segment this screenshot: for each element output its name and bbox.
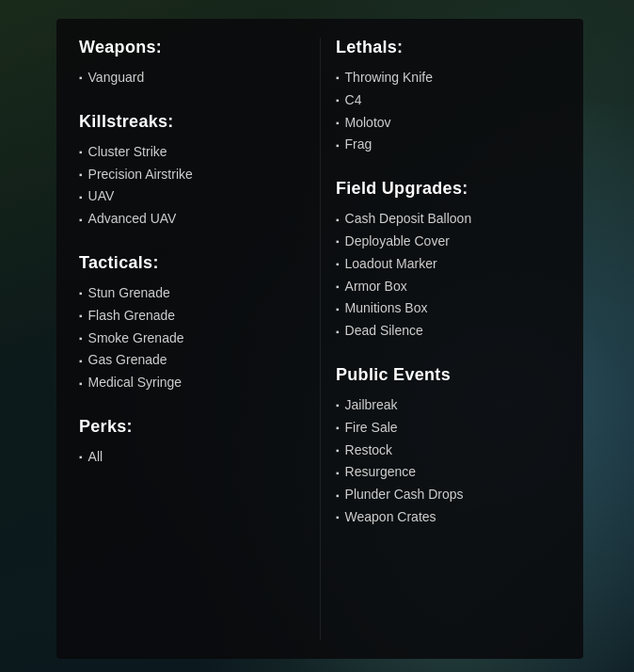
list-item: Loadout Marker [336, 253, 561, 276]
list-item: Precision Airstrike [79, 164, 305, 186]
list-item: Weapon Crates [336, 506, 561, 529]
list-item: Gas Grenade [79, 349, 305, 372]
list-item: Restock [336, 440, 561, 462]
list-item: Munitions Box [336, 297, 561, 320]
tacticals-title: Tacticals: [79, 253, 305, 273]
list-item: Plunder Cash Drops [336, 484, 561, 506]
list-item: Fire Sale [336, 417, 561, 440]
public-events-list: Jailbreak Fire Sale Restock Resurgence P… [336, 394, 561, 529]
list-item: Frag [336, 134, 561, 156]
section-perks: Perks: All [79, 417, 305, 469]
tacticals-list: Stun Grenade Flash Grenade Smoke Grenade… [79, 282, 305, 394]
field-upgrades-title: Field Upgrades: [336, 179, 561, 199]
list-item: Dead Silence [336, 320, 561, 343]
section-public-events: Public Events Jailbreak Fire Sale Restoc… [336, 365, 561, 529]
list-item: Smoke Grenade [79, 328, 305, 350]
list-item: C4 [336, 89, 561, 112]
perks-list: All [79, 446, 305, 469]
list-item: Jailbreak [336, 394, 561, 417]
killstreaks-title: Killstreaks: [79, 112, 305, 132]
list-item: Deployable Cover [336, 231, 561, 253]
list-item: All [79, 446, 305, 469]
list-item: Throwing Knife [336, 67, 561, 89]
list-item: Cash Deposit Balloon [336, 208, 561, 231]
info-panel: Weapons: Vanguard Killstreaks: Cluster S… [56, 19, 583, 659]
weapons-title: Weapons: [79, 38, 305, 57]
section-tacticals: Tacticals: Stun Grenade Flash Grenade Sm… [79, 253, 305, 394]
list-item: UAV [79, 185, 305, 208]
weapons-list: Vanguard [79, 67, 305, 89]
section-killstreaks: Killstreaks: Cluster Strike Precision Ai… [79, 112, 305, 231]
section-weapons: Weapons: Vanguard [79, 38, 305, 89]
list-item: Advanced UAV [79, 208, 305, 231]
list-item: Stun Grenade [79, 282, 305, 305]
lethals-list: Throwing Knife C4 Molotov Frag [336, 67, 561, 156]
list-item: Vanguard [79, 67, 305, 89]
right-column: Lethals: Throwing Knife C4 Molotov Frag … [320, 38, 561, 640]
section-field-upgrades: Field Upgrades: Cash Deposit Balloon Dep… [336, 179, 561, 343]
list-item: Medical Syringe [79, 372, 305, 394]
list-item: Armor Box [336, 276, 561, 298]
list-item: Cluster Strike [79, 141, 305, 164]
public-events-title: Public Events [336, 365, 561, 385]
perks-title: Perks: [79, 417, 305, 437]
list-item: Molotov [336, 112, 561, 135]
killstreaks-list: Cluster Strike Precision Airstrike UAV A… [79, 141, 305, 231]
lethals-title: Lethals: [336, 38, 561, 57]
section-lethals: Lethals: Throwing Knife C4 Molotov Frag [336, 38, 561, 156]
list-item: Flash Grenade [79, 305, 305, 328]
list-item: Resurgence [336, 461, 561, 484]
left-column: Weapons: Vanguard Killstreaks: Cluster S… [79, 38, 320, 640]
field-upgrades-list: Cash Deposit Balloon Deployable Cover Lo… [336, 208, 561, 343]
